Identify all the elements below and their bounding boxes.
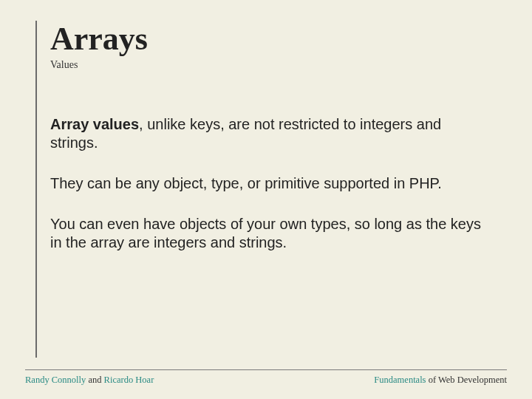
paragraph-2: They can be any object, type, or primiti…: [50, 174, 489, 193]
paragraph-1: Array values, unlike keys, are not restr…: [50, 115, 489, 152]
slide-footer: Randy Connolly and Ricardo Hoar Fundamen…: [25, 369, 507, 386]
paragraph-3: You can even have objects of your own ty…: [50, 215, 489, 252]
slide: Arrays Values Array values, unlike keys,…: [0, 0, 532, 399]
author-1: Randy Connolly: [25, 375, 86, 385]
book-rest: of Web Development: [426, 375, 508, 385]
vertical-rule: [35, 21, 37, 358]
footer-row: Randy Connolly and Ricardo Hoar Fundamen…: [25, 375, 507, 386]
book-highlight: Fundamentals: [374, 375, 426, 385]
slide-body: Array values, unlike keys, are not restr…: [35, 71, 497, 252]
footer-authors: Randy Connolly and Ricardo Hoar: [25, 375, 154, 386]
author-join: and: [86, 375, 103, 385]
slide-subtitle: Values: [50, 59, 497, 71]
footer-book: Fundamentals of Web Development: [374, 375, 507, 386]
paragraph-1-lead: Array values: [50, 116, 139, 132]
slide-title: Arrays: [50, 22, 497, 56]
slide-header: Arrays Values: [35, 21, 497, 71]
author-2: Ricardo Hoar: [104, 375, 154, 385]
footer-rule: [25, 369, 507, 370]
